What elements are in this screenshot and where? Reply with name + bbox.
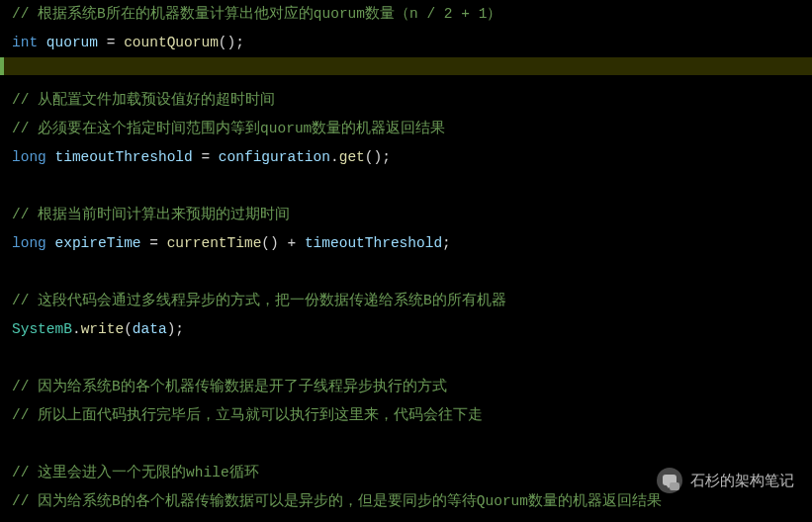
token-keyword: long (12, 149, 46, 165)
code-line[interactable]: // 必须要在这个指定时间范围内等到quorum数量的机器返回结果 (12, 115, 812, 143)
token-punct (46, 149, 55, 165)
token-ident: timeoutThreshold (305, 235, 442, 251)
code-line[interactable]: // 根据当前时间计算出来预期的过期时间 (12, 201, 812, 229)
code-line[interactable] (12, 430, 812, 459)
token-ident: expireTime (55, 235, 141, 251)
token-punct: . (330, 149, 339, 165)
code-line[interactable]: // 从配置文件加载预设值好的超时时间 (12, 86, 812, 115)
token-punct: ; (442, 235, 451, 251)
token-punct: ( (124, 321, 133, 337)
token-func: countQuorum (124, 35, 219, 50)
code-editor[interactable]: // 根据系统B所在的机器数量计算出他对应的quorum数量（n / 2 + 1… (0, 0, 812, 516)
token-punct: ); (167, 321, 184, 337)
code-line[interactable]: // 这段代码会通过多线程异步的方式，把一份数据传递给系统B的所有机器 (12, 287, 812, 315)
token-comment: // 从配置文件加载预设值好的超时时间 (12, 92, 275, 108)
token-ident: quorum (46, 35, 98, 50)
code-line[interactable]: int quorum = countQuorum(); (12, 29, 812, 57)
code-line[interactable]: // 根据系统B所在的机器数量计算出他对应的quorum数量（n / 2 + 1… (12, 0, 812, 29)
token-func: get (339, 149, 365, 165)
token-comment: // 根据当前时间计算出来预期的过期时间 (12, 207, 290, 222)
code-line[interactable]: // 所以上面代码执行完毕后，立马就可以执行到这里来，代码会往下走 (12, 401, 812, 430)
token-comment: // 因为给系统B的各个机器传输数据可以是异步的，但是要同步的等待Quorum数… (12, 493, 662, 509)
code-line[interactable] (12, 258, 812, 287)
code-line[interactable] (12, 172, 812, 201)
code-line[interactable]: // 因为给系统B的各个机器传输数据是开了子线程异步执行的方式 (12, 373, 812, 401)
token-punct: = (141, 235, 167, 251)
token-class: SystemB (12, 321, 72, 337)
token-punct: () + (261, 235, 305, 251)
token-comment: // 根据系统B所在的机器数量计算出他对应的quorum数量（n / 2 + 1… (12, 6, 501, 22)
token-punct: (); (219, 35, 244, 50)
code-line[interactable] (12, 57, 812, 86)
token-comment: // 这里会进入一个无限的while循环 (12, 465, 259, 480)
token-ident: timeoutThreshold (55, 149, 193, 165)
token-punct: . (72, 321, 81, 337)
code-line[interactable]: SystemB.write(data); (12, 315, 812, 344)
token-comment: // 所以上面代码执行完毕后，立马就可以执行到这里来，代码会往下走 (12, 407, 483, 423)
token-punct: (); (365, 149, 391, 165)
code-line[interactable] (12, 344, 812, 373)
code-line[interactable]: long timeoutThreshold = configuration.ge… (12, 143, 812, 172)
token-func: currentTime (167, 235, 262, 251)
code-line[interactable]: long expireTime = currentTime() + timeou… (12, 229, 812, 258)
token-comment: // 必须要在这个指定时间范围内等到quorum数量的机器返回结果 (12, 121, 445, 136)
code-line[interactable]: // 这里会进入一个无限的while循环 (12, 459, 812, 487)
token-comment: // 因为给系统B的各个机器传输数据是开了子线程异步执行的方式 (12, 379, 447, 394)
token-punct: = (98, 35, 124, 50)
token-keyword: long (12, 235, 46, 251)
token-ident: configuration (219, 149, 330, 165)
token-punct (46, 235, 55, 251)
token-comment: // 这段代码会通过多线程异步的方式，把一份数据传递给系统B的所有机器 (12, 293, 506, 308)
token-func: write (81, 321, 125, 337)
token-punct (38, 35, 46, 50)
code-line[interactable]: // 因为给系统B的各个机器传输数据可以是异步的，但是要同步的等待Quorum数… (12, 487, 812, 516)
token-ident: data (133, 321, 167, 337)
token-punct: = (193, 149, 219, 165)
token-keyword: int (12, 35, 38, 50)
